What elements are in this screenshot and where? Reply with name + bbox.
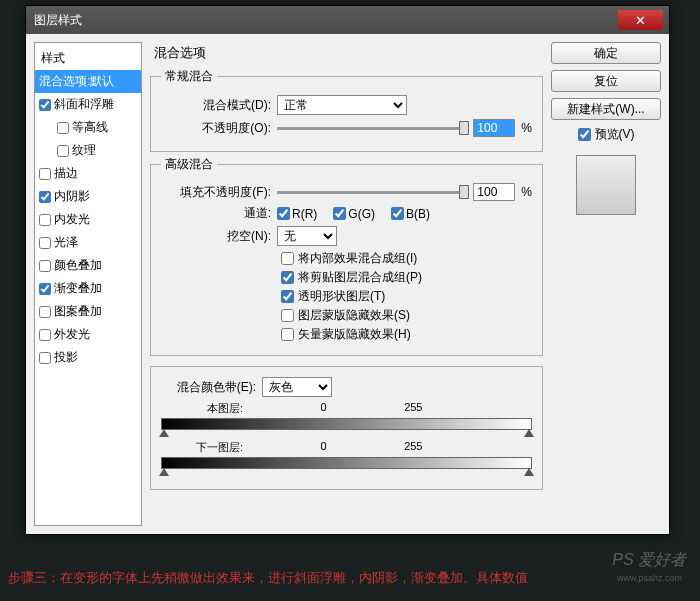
slider-thumb-icon[interactable] <box>459 185 469 199</box>
opt1-check[interactable] <box>281 271 294 284</box>
stop-white-icon[interactable] <box>524 468 534 476</box>
channels-label: 通道: <box>161 205 271 222</box>
sidebar-item-gradient-overlay[interactable]: 渐变叠加 <box>35 277 141 300</box>
sidebar-item-bevel[interactable]: 斜面和浮雕 <box>35 93 141 116</box>
blend-mode-select[interactable]: 正常 <box>277 95 407 115</box>
blend-mode-label: 混合模式(D): <box>161 97 271 114</box>
channel-b-check[interactable] <box>391 207 404 220</box>
innershadow-check[interactable] <box>39 191 51 203</box>
sidebar-item-inner-shadow[interactable]: 内阴影 <box>35 185 141 208</box>
outerglow-check[interactable] <box>39 329 51 341</box>
sidebar-item-texture[interactable]: 纹理 <box>35 139 141 162</box>
texture-check[interactable] <box>57 145 69 157</box>
this-layer-label: 本图层: <box>163 401 243 416</box>
stroke-check[interactable] <box>39 168 51 180</box>
ok-button[interactable]: 确定 <box>551 42 661 64</box>
blendif-select[interactable]: 灰色 <box>262 377 332 397</box>
opacity-input[interactable] <box>473 119 515 137</box>
opacity-label: 不透明度(O): <box>161 120 271 137</box>
dialog-title: 图层样式 <box>34 12 82 29</box>
stop-white-icon[interactable] <box>524 429 534 437</box>
advanced-legend: 高级混合 <box>161 156 217 173</box>
coloroverlay-check[interactable] <box>39 260 51 272</box>
slider-thumb-icon[interactable] <box>459 121 469 135</box>
dropshadow-check[interactable] <box>39 352 51 364</box>
styles-sidebar: 样式 混合选项:默认 斜面和浮雕 等高线 纹理 描边 内阴影 内发光 光泽 颜色… <box>34 42 142 526</box>
watermark-logo: PS 爱好者 <box>612 550 686 571</box>
sidebar-item-stroke[interactable]: 描边 <box>35 162 141 185</box>
watermark-url: www.psahz.com <box>617 573 682 583</box>
opt4-check[interactable] <box>281 328 294 341</box>
titlebar[interactable]: 图层样式 ✕ <box>26 6 669 34</box>
this-layer-high: 255 <box>404 401 422 416</box>
main-title: 混合选项 <box>150 42 543 64</box>
fill-opacity-label: 填充不透明度(F): <box>161 184 271 201</box>
sidebar-item-blending-options[interactable]: 混合选项:默认 <box>35 70 141 93</box>
sidebar-item-outer-glow[interactable]: 外发光 <box>35 323 141 346</box>
this-layer-gradient[interactable] <box>161 418 532 430</box>
blendif-label: 混合颜色带(E): <box>161 379 256 396</box>
percent-label: % <box>521 185 532 199</box>
advanced-blending-group: 高级混合 填充不透明度(F): % 通道: R(R) G(G) B(B) 挖空(… <box>150 156 543 356</box>
sidebar-item-inner-glow[interactable]: 内发光 <box>35 208 141 231</box>
satin-check[interactable] <box>39 237 51 249</box>
stop-black-icon[interactable] <box>159 468 169 476</box>
sidebar-item-drop-shadow[interactable]: 投影 <box>35 346 141 369</box>
cancel-button[interactable]: 复位 <box>551 70 661 92</box>
general-legend: 常规混合 <box>161 68 217 85</box>
main-panel: 混合选项 常规混合 混合模式(D): 正常 不透明度(O): % 高级混合 填充… <box>150 42 543 526</box>
knockout-label: 挖空(N): <box>161 228 271 245</box>
opt0-check[interactable] <box>281 252 294 265</box>
innerglow-check[interactable] <box>39 214 51 226</box>
preview-check[interactable] <box>578 128 591 141</box>
under-layer-low: 0 <box>321 440 327 455</box>
knockout-select[interactable]: 无 <box>277 226 337 246</box>
opt2-check[interactable] <box>281 290 294 303</box>
channel-g-check[interactable] <box>333 207 346 220</box>
sidebar-item-contour[interactable]: 等高线 <box>35 116 141 139</box>
close-button[interactable]: ✕ <box>618 10 663 30</box>
fill-input[interactable] <box>473 183 515 201</box>
under-layer-high: 255 <box>404 440 422 455</box>
right-column: 确定 复位 新建样式(W)... 预览(V) <box>551 42 661 526</box>
contour-check[interactable] <box>57 122 69 134</box>
blend-if-group: 混合颜色带(E): 灰色 本图层:0255 下一图层:0255 <box>150 366 543 490</box>
tutorial-footer-text: 步骤三：在变形的字体上先稍微做出效果来，进行斜面浮雕，内阴影，渐变叠加。具体数值 <box>8 569 528 587</box>
channel-r-check[interactable] <box>277 207 290 220</box>
underlying-label: 下一图层: <box>163 440 243 455</box>
new-style-button[interactable]: 新建样式(W)... <box>551 98 661 120</box>
preview-swatch <box>576 155 636 215</box>
patternoverlay-check[interactable] <box>39 306 51 318</box>
sidebar-item-color-overlay[interactable]: 颜色叠加 <box>35 254 141 277</box>
dialog-content: 样式 混合选项:默认 斜面和浮雕 等高线 纹理 描边 内阴影 内发光 光泽 颜色… <box>26 34 669 534</box>
opt3-check[interactable] <box>281 309 294 322</box>
fill-slider[interactable] <box>277 191 467 194</box>
layer-style-dialog: 图层样式 ✕ 样式 混合选项:默认 斜面和浮雕 等高线 纹理 描边 内阴影 内发… <box>25 5 670 535</box>
percent-label: % <box>521 121 532 135</box>
sidebar-item-satin[interactable]: 光泽 <box>35 231 141 254</box>
sidebar-header: 样式 <box>35 47 141 70</box>
this-layer-low: 0 <box>321 401 327 416</box>
bevel-check[interactable] <box>39 99 51 111</box>
sidebar-item-pattern-overlay[interactable]: 图案叠加 <box>35 300 141 323</box>
stop-black-icon[interactable] <box>159 429 169 437</box>
close-icon: ✕ <box>635 13 646 28</box>
preview-toggle[interactable]: 预览(V) <box>551 126 661 143</box>
opacity-slider[interactable] <box>277 127 467 130</box>
general-blending-group: 常规混合 混合模式(D): 正常 不透明度(O): % <box>150 68 543 152</box>
gradoverlay-check[interactable] <box>39 283 51 295</box>
underlying-gradient[interactable] <box>161 457 532 469</box>
